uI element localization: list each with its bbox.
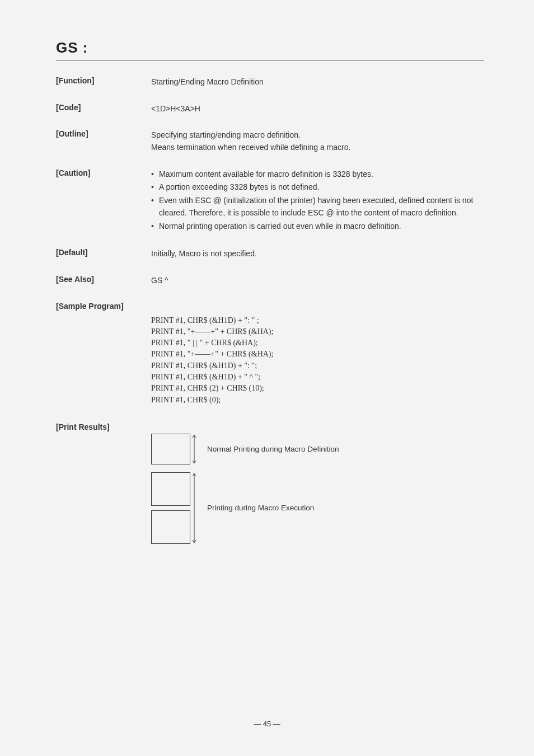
row-caution: [Caution] Maximum content available for … [56, 168, 484, 233]
row-default: [Default] Initially, Macro is not specif… [56, 248, 484, 260]
caution-item: Maximum content available for macro defi… [151, 168, 484, 181]
label-function: [Function] [56, 76, 151, 88]
outline-line1: Specifying starting/ending macro definit… [151, 129, 484, 142]
code-line: PRINT #1, CHR$ (0); [151, 395, 484, 406]
outline-line2: Means termination when received while de… [151, 142, 484, 154]
title-rule [56, 60, 484, 60]
code-line: PRINT #1, "+——+" + CHR$ (&HA); [151, 349, 484, 360]
value-seealso: GS ^ [151, 275, 484, 287]
row-function: [Function] Starting/Ending Macro Definit… [56, 76, 484, 88]
page-footer: — 45 — [0, 720, 534, 728]
code-line: PRINT #1, "+——+" + CHR$ (&HA); [151, 326, 484, 337]
row-outline: [Outline] Specifying starting/ending mac… [56, 129, 484, 153]
sample-code: PRINT #1, CHR$ (&H1D) + ": " ; PRINT #1,… [151, 315, 484, 406]
row-seealso: [See Also] GS ^ [56, 275, 484, 287]
value-function: Starting/Ending Macro Definition [151, 76, 484, 88]
label-code: [Code] [56, 103, 151, 115]
caption-normal-print: Normal Printing during Macro Definition [207, 445, 339, 453]
result-box-2a [151, 472, 190, 506]
result-box-2b [151, 510, 190, 544]
caution-item: A portion exceeding 3328 bytes is not de… [151, 181, 484, 194]
command-title: GS : [56, 39, 484, 57]
label-outline: [Outline] [56, 129, 151, 153]
print-results-figure: Normal Printing during Macro Definition … [151, 434, 484, 544]
arrow-updown-icon [191, 434, 197, 464]
row-results: [Print Results] [56, 422, 484, 431]
caution-item: Even with ESC @ (initialization of the p… [151, 195, 484, 219]
caption-macro-exec: Printing during Macro Execution [207, 504, 314, 512]
label-default: [Default] [56, 248, 151, 260]
code-line: PRINT #1, " | | " + CHR$ (&HA); [151, 337, 484, 349]
code-line: PRINT #1, CHR$ (&H1D) + " ^ "; [151, 372, 484, 383]
label-seealso: [See Also] [56, 275, 151, 287]
value-caution: Maximum content available for macro defi… [151, 168, 484, 233]
arrow-updown-icon [191, 472, 197, 544]
row-sample: [Sample Program] [56, 302, 484, 311]
value-code: <1D>H<3A>H [151, 103, 484, 115]
code-line: PRINT #1, CHR$ (&H1D) + ": " ; [151, 315, 484, 326]
label-sample: [Sample Program] [56, 302, 151, 311]
code-line: PRINT #1, CHR$ (2) + CHR$ (10); [151, 383, 484, 394]
value-default: Initially, Macro is not specified. [151, 248, 484, 260]
label-results: [Print Results] [56, 422, 151, 431]
value-sample [151, 302, 484, 311]
code-line: PRINT #1, CHR$ (&H1D) + ": "; [151, 360, 484, 372]
caution-item: Normal printing operation is carried out… [151, 220, 484, 233]
row-code: [Code] <1D>H<3A>H [56, 103, 484, 115]
result-box-1 [151, 434, 190, 464]
value-outline: Specifying starting/ending macro definit… [151, 129, 484, 153]
label-caution: [Caution] [56, 168, 151, 233]
